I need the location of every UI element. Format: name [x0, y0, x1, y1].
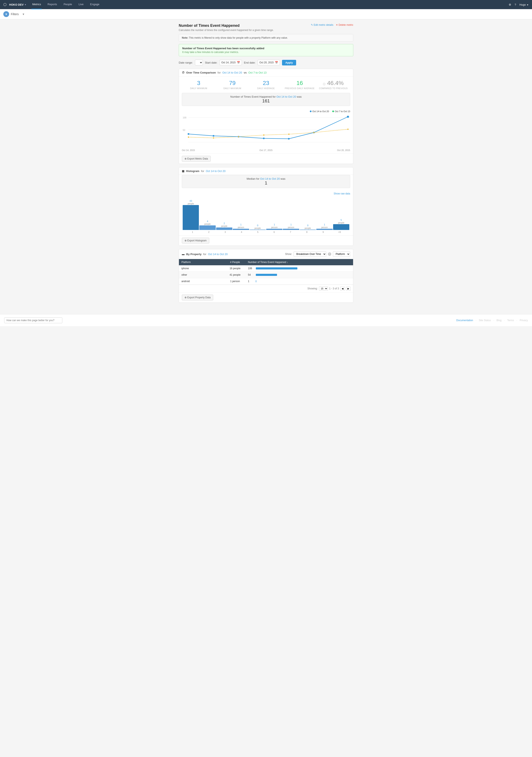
over-time-subtitle: for: [218, 71, 221, 74]
page-size-select[interactable]: 15: [319, 287, 328, 290]
histogram-date-range: Oct 14 to Oct 20: [206, 169, 226, 173]
histogram-median-box: Median for Oct 14 to Oct 20 was 1: [182, 175, 350, 188]
svg-point-17: [313, 132, 314, 133]
footer-links: Documentation · Site Status · Blog · Ter…: [456, 319, 528, 322]
property-table: Platform # People Number of Times Event …: [179, 259, 353, 285]
prev-range-label: Oct 7 to Oct 13: [248, 71, 266, 74]
next-page-button[interactable]: ▶: [346, 287, 351, 290]
svg-point-5: [188, 133, 190, 135]
export-property-row: ⊕ Export Property Data: [179, 292, 353, 302]
export-metric-button[interactable]: ⊕ Export Metric Data: [182, 156, 211, 162]
show-raw-data[interactable]: Show raw data: [182, 192, 350, 195]
histogram-area: Show raw data 43 people 4 people 2 peop: [179, 190, 353, 235]
over-time-header: ⏱ Over Time Comparison for Oct 14 to Oct…: [179, 69, 353, 76]
metric-header: Number of Times Event Happened Calculate…: [179, 23, 353, 32]
row-bar-android: 1: [245, 278, 353, 285]
note-box: Note: This metric is filtered to only sh…: [179, 34, 353, 42]
user-menu[interactable]: Hugo ▼: [519, 3, 529, 6]
chart-x-labels: Oct 14, 2015 Oct 17, 2015 Oct 20, 2015: [179, 148, 353, 154]
top-navigation: Metrics Reports People Live Engage: [31, 0, 104, 9]
line-chart-area: Oct 14 to Oct 20 Oct 7 to Oct 13 100 50: [179, 108, 353, 148]
delete-metric-button[interactable]: ✕ Delete metric: [336, 23, 353, 26]
tooltip-text: Number of Times Event Happened for Oct 1…: [230, 95, 301, 98]
hist-bar-8: 0 people: [300, 224, 316, 230]
median-value: 1: [185, 180, 347, 186]
filters-bar: ▼ Filters ▼: [0, 9, 532, 19]
help-icon[interactable]: ?: [515, 3, 516, 6]
hist-bar-fill-6: [266, 229, 282, 230]
nav-engage[interactable]: Engage: [89, 0, 100, 9]
feedback-input[interactable]: [4, 318, 62, 323]
hist-bar-fill-3: [216, 227, 232, 230]
footer-blog: Blog: [496, 319, 501, 322]
histogram-section: ▦ Histogram for Oct 14 to Oct 20 Median …: [179, 167, 353, 246]
row-people-other: 41 people: [225, 272, 245, 278]
hist-bar-fill-1: [183, 205, 199, 230]
brand-name[interactable]: HOKO DEV ▼: [9, 3, 26, 6]
hist-bar-7: 1 person: [283, 223, 299, 230]
export-metric-row: ⊕ Export Metric Data: [179, 154, 353, 164]
pagination-row: Showing: 15 1 - 3 of 3 ◀ ▶: [179, 285, 353, 292]
page-range: 1 - 3 of 3: [329, 287, 339, 290]
legend-prev: Oct 7 to Oct 13: [332, 110, 350, 113]
footer-sep-1: ·: [476, 319, 476, 322]
hist-bar-fill-7: [283, 229, 299, 230]
hist-bar-9: 1 person: [316, 223, 332, 230]
bar-fill-iphone: [256, 267, 297, 269]
table-col-platform: Platform: [179, 259, 225, 265]
end-date-input[interactable]: Oct 20, 2015 📅: [258, 60, 280, 65]
hist-bar-4: 1 person: [233, 223, 249, 230]
hist-bar-1: 43 people: [183, 200, 199, 230]
edit-metric-button[interactable]: ✎ Edit metric details: [311, 23, 333, 26]
svg-point-8: [263, 137, 265, 139]
hist-bar-5: 0 people: [250, 224, 266, 230]
footer-sep-4: ·: [516, 319, 517, 322]
histogram-header: ▦ Histogram for Oct 14 to Oct 20: [179, 167, 353, 175]
chart-tooltip-box: Number of Times Event Happened for Oct 1…: [182, 93, 350, 106]
metric-actions: ✎ Edit metric details ✕ Delete metric: [311, 23, 353, 26]
footer-documentation[interactable]: Documentation: [456, 319, 473, 322]
svg-point-16: [288, 134, 290, 135]
svg-point-6: [213, 135, 214, 137]
success-box: Number of Times Event Happened has been …: [179, 44, 353, 56]
svg-point-9: [288, 138, 290, 139]
hist-bar-fill-5: [250, 229, 266, 230]
export-property-button[interactable]: ⊕ Export Property Data: [182, 294, 213, 300]
by-property-date-range: Oct 14 to Oct 20: [208, 253, 228, 256]
date-range-select[interactable]: [195, 60, 203, 65]
start-date-label: Start date:: [205, 61, 217, 64]
page-footer: Documentation · Site Status · Blog · Ter…: [0, 314, 532, 326]
nav-live[interactable]: Live: [78, 0, 84, 9]
date-range-row: Date range: Start date: Oct 14, 2015 📅 E…: [179, 60, 353, 65]
nav-reports[interactable]: Reports: [47, 0, 58, 9]
histogram-x-labels: 1 2 3 4 5 6 7 8 9 >9: [182, 230, 350, 235]
prev-page-button[interactable]: ◀: [340, 287, 345, 290]
footer-terms: Terms: [507, 319, 514, 322]
footer-site-status: Site Status: [479, 319, 491, 322]
histogram-icon: ▦: [182, 169, 184, 173]
hist-bar-fill-4: [233, 229, 249, 230]
filters-chevron[interactable]: ▼: [22, 13, 25, 16]
nav-people[interactable]: People: [63, 0, 73, 9]
platform-select[interactable]: Platform: [333, 251, 350, 257]
export-histogram-button[interactable]: ⊕ Export Histogram: [182, 238, 209, 243]
settings-icon[interactable]: ⚙: [509, 3, 511, 6]
success-sub: It may take a few minutes to calculate y…: [182, 51, 350, 54]
row-bar-other: 54: [245, 272, 353, 278]
table-row: iphone 16 people 106: [179, 265, 353, 272]
hist-bar-fill-9: [316, 229, 332, 230]
row-people-iphone: 16 people: [225, 265, 245, 272]
metric-title: Number of Times Event Happened: [179, 23, 274, 28]
chart-legend: Oct 14 to Oct 20 Oct 7 to Oct 13: [182, 110, 350, 113]
showing-label: Showing:: [307, 287, 318, 290]
apply-button[interactable]: Apply: [282, 60, 296, 65]
start-date-input[interactable]: Oct 14, 2015 📅: [219, 60, 242, 65]
svg-point-18: [347, 129, 349, 130]
stat-daily-max: 79 DAILY MAXIMUM: [215, 80, 249, 90]
breakdown-select[interactable]: Breakdown Over Time: [294, 251, 326, 257]
row-platform-android: android: [179, 278, 225, 285]
footer-sep-2: ·: [493, 319, 494, 322]
hist-bar-3: 2 people: [216, 222, 232, 230]
help-icon[interactable]: ?: [328, 253, 331, 256]
nav-metrics[interactable]: Metrics: [31, 0, 42, 9]
